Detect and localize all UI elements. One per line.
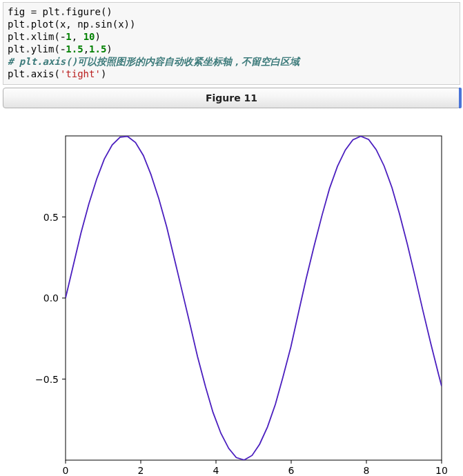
x-tick-label: 4 [213, 465, 219, 474]
figure-header-accent [459, 88, 462, 108]
y-tick-label: 0.5 [43, 212, 59, 223]
y-tick-label: −0.5 [35, 374, 59, 385]
x-tick-label: 6 [288, 465, 295, 474]
axes-frame [66, 136, 442, 460]
x-tick-label: 2 [138, 465, 144, 474]
y-tick-label: 0.0 [43, 292, 59, 304]
figure-header-label: Figure 11 [206, 92, 257, 103]
line-chart: 0246810−0.50.00.5 [14, 129, 449, 474]
figure-header-wrap: Figure 11 [3, 88, 460, 108]
figure-header-button[interactable]: Figure 11 [3, 88, 460, 108]
x-tick-label: 10 [435, 465, 448, 474]
code-cell: fig = plt.figure() plt.plot(x, np.sin(x)… [3, 2, 460, 85]
chart-container: 0246810−0.50.00.5 [0, 108, 463, 476]
x-tick-label: 0 [63, 465, 69, 474]
sine-line [66, 136, 442, 459]
x-tick-label: 8 [364, 465, 370, 474]
